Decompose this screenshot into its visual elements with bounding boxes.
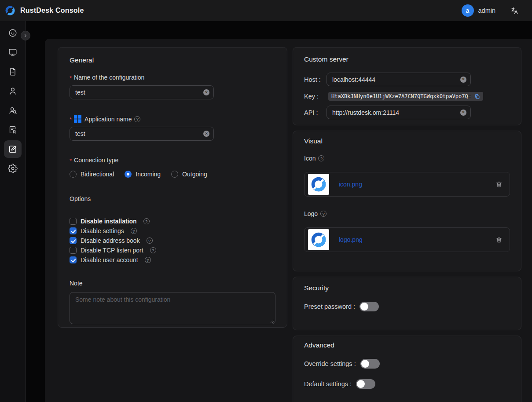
note-label: Note [70, 280, 275, 287]
override-settings-row: Override settings : [304, 359, 510, 369]
user-avatar[interactable]: a [462, 4, 474, 17]
api-row: API : ✕ [304, 106, 510, 119]
sidebar-item-dashboard[interactable] [4, 24, 22, 42]
help-icon[interactable]: ? [320, 211, 327, 217]
server-key-value: HtaXBkJNHyn0e1U1jWXze7A7CN7QTGWqxkOtpaVp… [328, 92, 483, 101]
monitor-icon [8, 48, 18, 57]
visual-title: Visual [304, 137, 510, 145]
app-name-field: ✕ [70, 127, 214, 141]
advanced-title: Advanced [304, 341, 510, 349]
icon-label: Icon ? [304, 155, 510, 162]
override-settings-toggle[interactable] [360, 359, 380, 369]
sidebar-nav [0, 21, 26, 402]
help-icon[interactable]: ? [143, 218, 150, 224]
option-disable-tcp-listen-port[interactable]: Disable TCP listen port ? [70, 245, 275, 255]
host-label: Host : [304, 76, 327, 83]
sidebar-item-devices[interactable] [4, 44, 22, 61]
help-icon[interactable]: ? [145, 257, 151, 263]
radio-icon [70, 171, 77, 178]
options-list: Disable installation ? Disable settings … [70, 216, 275, 265]
checkbox-icon[interactable] [70, 237, 77, 244]
logo-file-link[interactable]: logo.png [339, 236, 363, 243]
radio-bidirectional[interactable]: Bidirectional [70, 171, 114, 178]
copy-key-icon[interactable] [474, 94, 480, 99]
sidebar-item-documents[interactable] [4, 63, 22, 80]
app-name-input[interactable] [70, 127, 213, 140]
radio-icon [171, 171, 178, 178]
top-header: RustDesk Console a admin [0, 0, 532, 21]
config-name-input[interactable] [70, 86, 213, 99]
sidebar-item-audit[interactable] [4, 121, 22, 139]
smiley-icon [8, 28, 18, 38]
security-card: Security Preset password : [293, 277, 521, 330]
help-icon[interactable]: ? [150, 247, 156, 253]
custom-server-title: Custom server [304, 55, 510, 63]
clear-host-icon[interactable]: ✕ [460, 77, 466, 83]
default-settings-toggle[interactable] [356, 379, 375, 389]
api-input[interactable] [327, 106, 470, 119]
api-field: ✕ [327, 106, 471, 119]
icon-upload-box: icon.png [304, 172, 510, 197]
key-row: Key : HtaXBkJNHyn0e1U1jWXze7A7CN7QTGWqxk… [304, 92, 510, 101]
icon-thumbnail [308, 174, 329, 195]
help-icon[interactable]: ? [147, 238, 153, 244]
host-row: Host : ✕ [304, 73, 510, 86]
clear-config-name-icon[interactable]: ✕ [203, 89, 209, 95]
host-field: ✕ [327, 73, 471, 86]
audit-log-icon [8, 125, 18, 135]
sidebar-item-groups[interactable] [4, 102, 22, 119]
note-textarea[interactable] [70, 292, 275, 324]
app-title: RustDesk Console [20, 7, 84, 15]
options-label: Options [70, 195, 275, 202]
visual-card: Visual Icon ? icon.png Logo ? [293, 131, 521, 271]
document-icon [8, 67, 18, 77]
host-input[interactable] [327, 73, 470, 86]
edit-square-icon [8, 144, 18, 154]
chevron-right-icon [23, 33, 28, 38]
preset-password-label: Preset password : [304, 303, 355, 310]
custom-server-card: Custom server Host : ✕ Key : HtaXBkJNHyn… [293, 47, 521, 125]
clear-api-icon[interactable]: ✕ [460, 110, 466, 116]
logo-upload-box: logo.png [304, 227, 510, 252]
option-disable-installation[interactable]: Disable installation ? [70, 216, 275, 226]
required-asterisk: * [70, 157, 72, 164]
config-name-field: ✕ [70, 85, 214, 99]
delete-logo-file-icon[interactable] [495, 236, 503, 243]
checkbox-icon[interactable] [70, 218, 77, 225]
sidebar-item-settings[interactable] [4, 160, 22, 177]
sidebar-item-custom-client[interactable] [4, 140, 22, 158]
user-group-icon [8, 106, 18, 115]
help-icon[interactable]: ? [134, 116, 140, 122]
sidebar-collapse-button[interactable] [21, 31, 30, 40]
preset-password-row: Preset password : [304, 302, 510, 311]
translate-icon[interactable] [510, 7, 519, 15]
required-asterisk: * [70, 75, 72, 81]
default-settings-row: Default settings : [304, 379, 510, 389]
checkbox-icon[interactable] [70, 256, 77, 263]
delete-icon-file-icon[interactable] [495, 181, 503, 188]
help-icon[interactable]: ? [131, 228, 137, 234]
sidebar-item-users[interactable] [4, 82, 22, 100]
connection-type-group: Bidirectional Incoming Outgoing [70, 171, 275, 178]
api-label: API : [304, 109, 327, 116]
radio-incoming[interactable]: Incoming [125, 171, 161, 178]
checkbox-icon[interactable] [70, 247, 77, 254]
checkbox-icon[interactable] [70, 227, 77, 234]
logo-thumbnail [308, 229, 329, 250]
preset-password-toggle[interactable] [360, 302, 379, 311]
connection-type-label: * Connection type [70, 157, 275, 164]
option-disable-address-book[interactable]: Disable address book ? [70, 236, 275, 245]
rustdesk-logo-icon [4, 5, 16, 16]
radio-outgoing[interactable]: Outgoing [171, 171, 207, 178]
note-field [70, 292, 275, 326]
default-settings-label: Default settings : [304, 380, 352, 387]
override-settings-label: Override settings : [304, 360, 356, 367]
help-icon[interactable]: ? [318, 155, 324, 161]
icon-file-link[interactable]: icon.png [339, 181, 362, 188]
user-name[interactable]: admin [478, 7, 496, 14]
advanced-card: Advanced Override settings : Default set… [293, 336, 521, 402]
option-disable-user-account[interactable]: Disable user account ? [70, 255, 275, 265]
option-disable-settings[interactable]: Disable settings ? [70, 226, 275, 236]
clear-app-name-icon[interactable]: ✕ [203, 131, 209, 137]
user-icon [8, 86, 18, 96]
